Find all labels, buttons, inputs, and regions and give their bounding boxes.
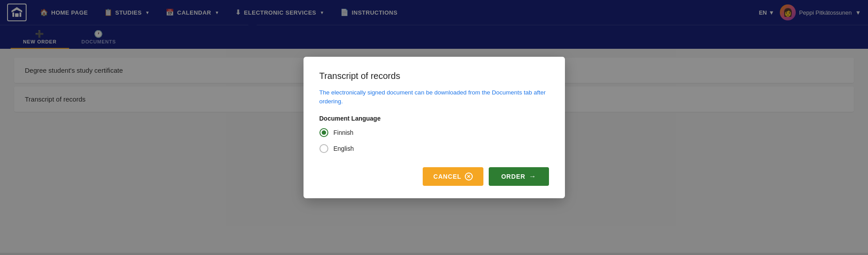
modal-description: The electronically signed document can b…	[319, 88, 549, 106]
order-button[interactable]: ORDER →	[489, 167, 549, 186]
radio-finnish[interactable]: Finnish	[319, 128, 549, 137]
modal-title: Transcript of records	[319, 71, 549, 81]
radio-label-english: English	[334, 145, 354, 152]
cancel-label: CANCEL	[433, 173, 461, 180]
radio-circle-english	[319, 144, 328, 153]
modal-actions: CANCEL ✕ ORDER →	[319, 167, 549, 186]
radio-english[interactable]: English	[319, 144, 549, 153]
radio-group: Finnish English	[319, 128, 549, 153]
radio-label-finnish: Finnish	[334, 129, 354, 136]
order-arrow-icon: →	[529, 173, 537, 180]
radio-circle-finnish	[319, 128, 328, 137]
modal-language-label: Document Language	[319, 115, 549, 122]
cancel-button[interactable]: CANCEL ✕	[423, 167, 483, 186]
cancel-x-icon: ✕	[465, 173, 473, 180]
order-label: ORDER	[501, 173, 525, 180]
modal-overlay: Transcript of records The electronically…	[0, 0, 868, 255]
modal-dialog: Transcript of records The electronically…	[304, 57, 565, 199]
